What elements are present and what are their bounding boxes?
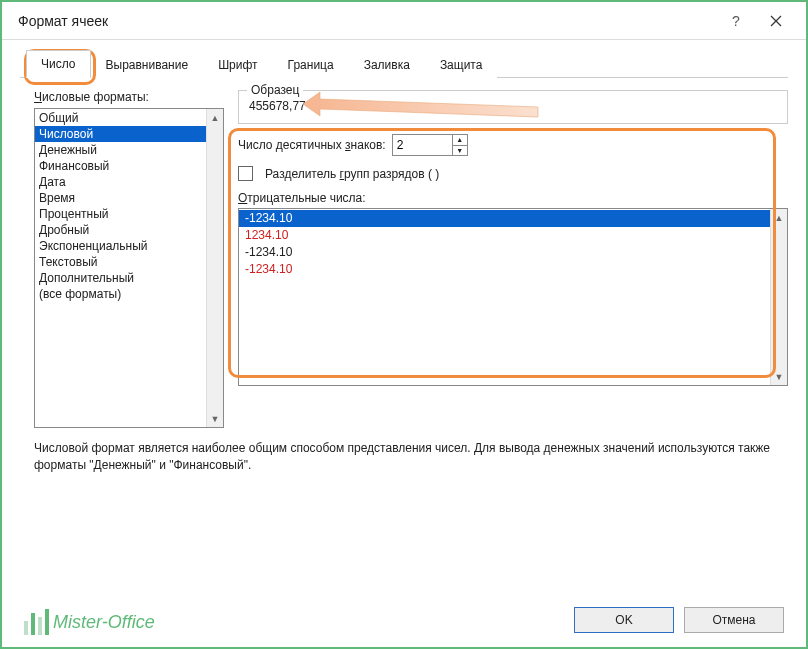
close-button[interactable] <box>756 3 796 39</box>
format-cells-dialog: Формат ячеек ? Число Выравнивание Шрифт … <box>0 0 808 649</box>
tab-fill[interactable]: Заливка <box>349 51 425 78</box>
spinner-up-icon[interactable]: ▲ <box>453 135 467 146</box>
sample-label: Образец <box>247 83 303 97</box>
list-item[interactable]: Процентный <box>35 206 206 222</box>
list-item[interactable]: -1234.10 <box>239 244 770 261</box>
cancel-button[interactable]: Отмена <box>684 607 784 633</box>
number-formats-listbox[interactable]: Общий Числовой Денежный Финансовый Дата … <box>34 108 224 428</box>
list-item[interactable]: Время <box>35 190 206 206</box>
list-item[interactable]: (все форматы) <box>35 286 206 302</box>
list-item[interactable]: Дробный <box>35 222 206 238</box>
dialog-footer: OK Отмена <box>574 607 784 633</box>
list-item[interactable]: Дополнительный <box>35 270 206 286</box>
list-item[interactable]: 1234.10 <box>239 227 770 244</box>
listbox-scrollbar[interactable]: ▲ ▼ <box>206 109 223 427</box>
scroll-down-icon[interactable]: ▼ <box>207 410 223 427</box>
list-item[interactable]: -1234.10 <box>239 261 770 278</box>
list-item[interactable]: Денежный <box>35 142 206 158</box>
window-title: Формат ячеек <box>18 13 108 29</box>
negative-numbers-label: Отрицательные числа: <box>238 191 788 205</box>
tabstrip: Число Выравнивание Шрифт Граница Заливка… <box>2 40 806 78</box>
spinner-down-icon[interactable]: ▼ <box>453 146 467 156</box>
scroll-up-icon[interactable]: ▲ <box>207 109 223 126</box>
list-item[interactable]: Экспоненциальный <box>35 238 206 254</box>
watermark: Mister-Office <box>24 609 155 635</box>
decimals-input[interactable] <box>392 134 452 156</box>
thousands-checkbox[interactable] <box>238 166 253 181</box>
number-formats-label: Числовые форматы: <box>34 90 224 104</box>
scroll-down-icon[interactable]: ▼ <box>771 368 787 385</box>
watermark-logo-icon <box>24 609 49 635</box>
help-button[interactable]: ? <box>716 3 756 39</box>
tab-protection[interactable]: Защита <box>425 51 498 78</box>
sample-value: 455678,77 <box>249 97 777 113</box>
decimals-label: Число десятичных знаков: <box>238 138 386 152</box>
watermark-text: Mister-Office <box>53 612 155 633</box>
negative-numbers-listbox[interactable]: -1234.10 1234.10 -1234.10 -1234.10 ▲ ▼ <box>238 208 788 386</box>
titlebar: Формат ячеек ? <box>2 2 806 40</box>
list-item[interactable]: Числовой <box>35 126 206 142</box>
scroll-up-icon[interactable]: ▲ <box>771 209 787 226</box>
number-settings: Число десятичных знаков: ▲ ▼ Разделитель… <box>238 134 788 386</box>
tab-alignment[interactable]: Выравнивание <box>91 51 204 78</box>
sample-groupbox: Образец 455678,77 <box>238 90 788 124</box>
tab-border[interactable]: Граница <box>273 51 349 78</box>
listbox-scrollbar[interactable]: ▲ ▼ <box>770 209 787 385</box>
tab-number[interactable]: Число <box>26 50 91 78</box>
decimals-spinner[interactable]: ▲ ▼ <box>392 134 468 156</box>
list-item[interactable]: Общий <box>35 110 206 126</box>
list-item[interactable]: Финансовый <box>35 158 206 174</box>
list-item[interactable]: -1234.10 <box>239 210 770 227</box>
list-item[interactable]: Дата <box>35 174 206 190</box>
ok-button[interactable]: OK <box>574 607 674 633</box>
close-icon <box>770 15 782 27</box>
list-item[interactable]: Текстовый <box>35 254 206 270</box>
thousands-separator-row[interactable]: Разделитель групп разрядов ( ) <box>238 166 788 181</box>
format-description: Числовой формат является наиболее общим … <box>2 434 806 474</box>
thousands-label: Разделитель групп разрядов ( ) <box>265 167 439 181</box>
tab-font[interactable]: Шрифт <box>203 51 272 78</box>
